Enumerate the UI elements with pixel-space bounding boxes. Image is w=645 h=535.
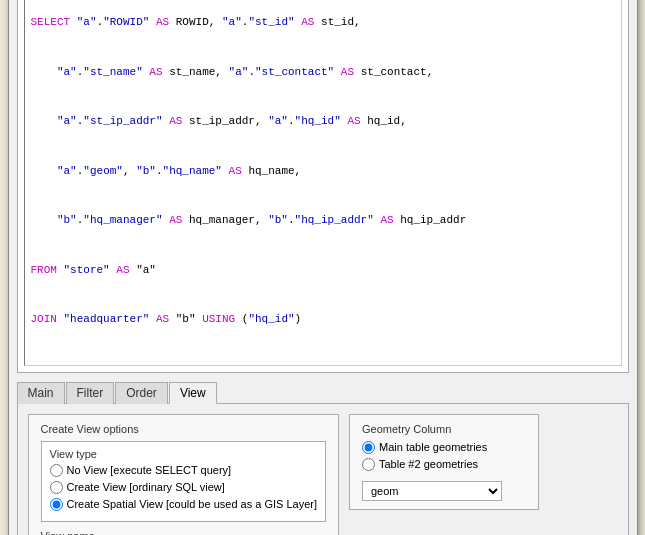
- sql-group: SQL statement CREATE VIEW "store_view" A…: [17, 0, 629, 373]
- radio-main-geom-label: Main table geometries: [379, 441, 487, 453]
- create-view-options: Create View options View type No View [e…: [28, 414, 340, 536]
- radio-main-geom[interactable]: Main table geometries: [362, 441, 526, 454]
- main-window: Query / View Composer ✕ SQL statement CR…: [8, 0, 638, 535]
- sql-editor[interactable]: CREATE VIEW "store_view" AS SELECT "a"."…: [24, 0, 622, 366]
- view-type-title: View type: [50, 448, 318, 460]
- radio-no-view[interactable]: No View [execute SELECT query]: [50, 464, 318, 477]
- radio-spatial-view-input[interactable]: [50, 498, 63, 511]
- geometry-title: Geometry Column: [362, 423, 526, 435]
- view-name-label: View name: [41, 530, 327, 536]
- tab-order[interactable]: Order: [115, 382, 168, 404]
- radio-create-view-input[interactable]: [50, 481, 63, 494]
- radio-spatial-view-label: Create Spatial View [could be used as a …: [67, 498, 318, 510]
- radio-table2-geom[interactable]: Table #2 geometries: [362, 458, 526, 471]
- radio-main-geom-input[interactable]: [362, 441, 375, 454]
- tab-view-content: Create View options View type No View [e…: [17, 404, 629, 536]
- radio-no-view-input[interactable]: [50, 464, 63, 477]
- radio-spatial-view[interactable]: Create Spatial View [could be used as a …: [50, 498, 318, 511]
- window-body: SQL statement CREATE VIEW "store_view" A…: [9, 0, 637, 535]
- radio-table2-geom-label: Table #2 geometries: [379, 458, 478, 470]
- radio-create-view-label: Create View [ordinary SQL view]: [67, 481, 225, 493]
- geometry-column: Geometry Column Main table geometries Ta…: [349, 414, 539, 510]
- tab-main[interactable]: Main: [17, 382, 65, 404]
- tab-filter[interactable]: Filter: [66, 382, 115, 404]
- geom-select[interactable]: geom: [362, 481, 502, 501]
- radio-no-view-label: No View [execute SELECT query]: [67, 464, 232, 476]
- tab-bar: Main Filter Order View: [17, 381, 629, 404]
- tab-view[interactable]: View: [169, 382, 217, 404]
- radio-table2-geom-input[interactable]: [362, 458, 375, 471]
- view-type-group: View type No View [execute SELECT query]…: [41, 441, 327, 522]
- options-row: Create View options View type No View [e…: [28, 414, 618, 536]
- radio-create-view[interactable]: Create View [ordinary SQL view]: [50, 481, 318, 494]
- create-view-title: Create View options: [41, 423, 327, 435]
